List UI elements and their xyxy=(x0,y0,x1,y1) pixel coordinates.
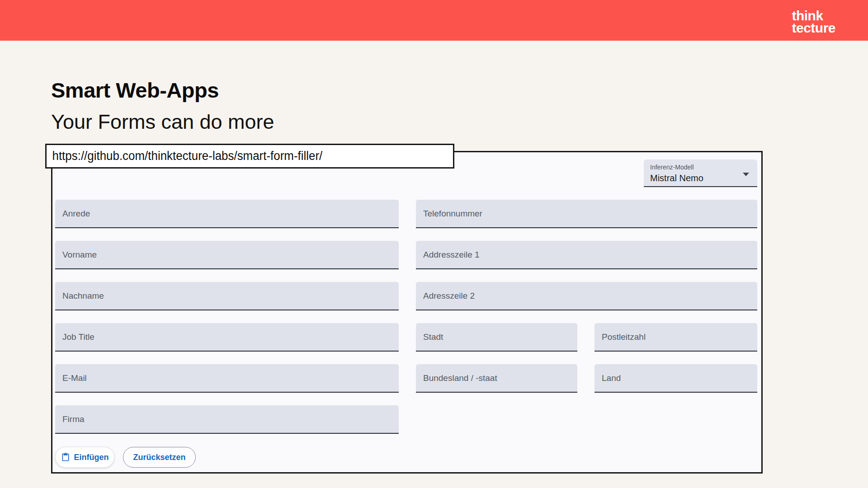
job-title-field[interactable]: Job Title xyxy=(55,323,399,352)
telefonnummer-field[interactable]: Telefonnummer xyxy=(416,200,757,228)
firma-field[interactable]: Firma xyxy=(55,405,399,434)
url-text: https://github.com/thinktecture-labs/sma… xyxy=(47,149,322,163)
field-placeholder: Land xyxy=(594,373,621,383)
page-title: Smart Web-Apps xyxy=(51,79,219,102)
field-placeholder: Job Title xyxy=(55,332,94,342)
inference-model-select[interactable]: Inferenz-Modell Mistral Nemo xyxy=(644,160,757,187)
field-placeholder: Adresszeile 2 xyxy=(416,291,475,301)
header-bar: think tecture xyxy=(0,0,868,41)
field-placeholder: Addresszeile 1 xyxy=(416,250,480,260)
nachname-field[interactable]: Nachname xyxy=(55,282,399,310)
bundesland-field[interactable]: Bundesland / -staat xyxy=(416,364,577,393)
url-bar[interactable]: https://github.com/thinktecture-labs/sma… xyxy=(45,144,454,169)
addresszeile1-field[interactable]: Addresszeile 1 xyxy=(416,241,757,269)
chevron-down-icon xyxy=(743,173,749,176)
page-subtitle: Your Forms can do more xyxy=(51,111,274,133)
field-placeholder: Postleitzahl xyxy=(594,332,646,342)
field-placeholder: E-Mail xyxy=(55,373,87,383)
paste-button-label: Einfügen xyxy=(74,453,109,462)
model-select-value: Mistral Nemo xyxy=(650,173,703,183)
land-field[interactable]: Land xyxy=(594,364,757,393)
model-select-label: Inferenz-Modell xyxy=(650,164,694,171)
logo-line-1: think xyxy=(792,9,835,22)
stadt-field[interactable]: Stadt xyxy=(416,323,577,352)
thinktecture-logo: think tecture xyxy=(792,9,835,34)
clipboard-icon xyxy=(61,453,70,462)
field-placeholder: Nachname xyxy=(55,291,104,301)
slide-page: think tecture Smart Web-Apps Your Forms … xyxy=(0,0,868,488)
vorname-field[interactable]: Vorname xyxy=(55,241,399,269)
field-placeholder: Bundesland / -staat xyxy=(416,373,497,383)
postleitzahl-field[interactable]: Postleitzahl xyxy=(594,323,757,352)
reset-button-label: Zurücksetzen xyxy=(133,453,185,462)
field-placeholder: Vorname xyxy=(55,250,97,260)
form-panel: Inferenz-Modell Mistral Nemo Anrede Vorn… xyxy=(51,151,763,474)
field-placeholder: Telefonnummer xyxy=(416,209,482,219)
email-field[interactable]: E-Mail xyxy=(55,364,399,393)
adresszeile2-field[interactable]: Adresszeile 2 xyxy=(416,282,757,310)
field-placeholder: Stadt xyxy=(416,332,443,342)
reset-button[interactable]: Zurücksetzen xyxy=(123,447,196,468)
logo-line-2: tecture xyxy=(792,22,835,34)
field-placeholder: Anrede xyxy=(55,209,90,219)
anrede-field[interactable]: Anrede xyxy=(55,200,399,228)
paste-button[interactable]: Einfügen xyxy=(55,447,114,468)
field-placeholder: Firma xyxy=(55,414,85,424)
